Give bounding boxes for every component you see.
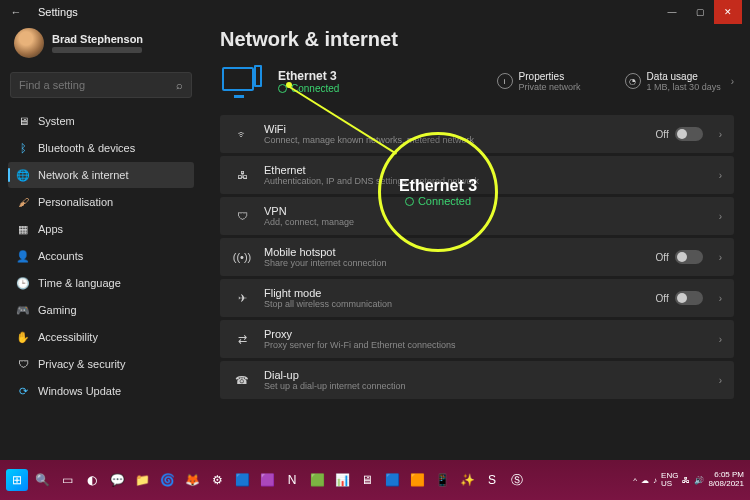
setting-card[interactable]: ((•))Mobile hotspotShare your internet c… bbox=[220, 238, 734, 276]
toggle-label: Off bbox=[656, 293, 669, 304]
tray-icon[interactable]: ☁ bbox=[641, 476, 649, 485]
connection-name: Ethernet 3 bbox=[278, 69, 337, 83]
nav-label: Accounts bbox=[38, 250, 83, 262]
app-icon[interactable]: 📱 bbox=[431, 469, 453, 491]
card-title: WiFi bbox=[264, 123, 474, 135]
chat-icon[interactable]: 💬 bbox=[106, 469, 128, 491]
sidebar-item[interactable]: 👤Accounts bbox=[8, 243, 194, 269]
nav-label: Windows Update bbox=[38, 385, 121, 397]
sidebar-item[interactable]: ✋Accessibility bbox=[8, 324, 194, 350]
switch[interactable] bbox=[675, 127, 703, 141]
proxy-icon: ⇄ bbox=[232, 333, 252, 346]
page-title: Network & internet bbox=[220, 28, 734, 51]
search-taskbar-icon[interactable]: 🔍 bbox=[31, 469, 53, 491]
window-title: Settings bbox=[38, 6, 78, 18]
tray-icon[interactable]: ♪ bbox=[653, 476, 657, 485]
app-icon[interactable]: Ⓢ bbox=[506, 469, 528, 491]
card-title: VPN bbox=[264, 205, 354, 217]
sidebar-item[interactable]: 🖌Personalisation bbox=[8, 189, 194, 215]
widgets-icon[interactable]: ◐ bbox=[81, 469, 103, 491]
sidebar-item[interactable]: 🕒Time & language bbox=[8, 270, 194, 296]
tray-network-icon[interactable]: 🖧 bbox=[682, 476, 690, 485]
setting-card[interactable]: ⇄ProxyProxy server for Wi-Fi and Etherne… bbox=[220, 320, 734, 358]
card-desc: Add, connect, manage bbox=[264, 217, 354, 227]
app-icon[interactable]: N bbox=[281, 469, 303, 491]
chevron-right-icon: › bbox=[719, 129, 722, 140]
sidebar-item[interactable]: ▦Apps bbox=[8, 216, 194, 242]
sidebar-item[interactable]: 🌐Network & internet bbox=[8, 162, 194, 188]
back-button[interactable]: ← bbox=[8, 6, 24, 18]
nav-icon: 🛡 bbox=[16, 357, 30, 371]
switch[interactable] bbox=[675, 250, 703, 264]
tray-clock[interactable]: 6:05 PM 8/08/2021 bbox=[708, 471, 744, 489]
properties-sub: Private network bbox=[519, 82, 581, 92]
tray-chevron-icon[interactable]: ^ bbox=[633, 476, 637, 485]
sidebar-item[interactable]: 🛡Privacy & security bbox=[8, 351, 194, 377]
taskbar: ⊞ 🔍 ▭ ◐ 💬 📁 🌀 🦊 ⚙ 🟦 🟪 N 🟩 📊 🖥 🟦 🟧 📱 ✨ S … bbox=[0, 460, 750, 500]
pc-icon bbox=[220, 61, 264, 101]
setting-card[interactable]: 🖧EthernetAuthentication, IP and DNS sett… bbox=[220, 156, 734, 194]
app-icon[interactable]: 📊 bbox=[331, 469, 353, 491]
nav-icon: ⟳ bbox=[16, 384, 30, 398]
tray-lang[interactable]: ENG US bbox=[661, 472, 678, 488]
minimize-button[interactable]: — bbox=[658, 0, 686, 24]
edge-icon[interactable]: 🌀 bbox=[156, 469, 178, 491]
user-name: Brad Stephenson bbox=[52, 33, 143, 45]
user-email-redacted bbox=[52, 47, 142, 53]
search-input[interactable] bbox=[19, 79, 176, 91]
nav-icon: 🖥 bbox=[16, 114, 30, 128]
data-usage-stat[interactable]: ◔ Data usage 1 MB, last 30 days › bbox=[625, 71, 734, 92]
start-button[interactable]: ⊞ bbox=[6, 469, 28, 491]
card-desc: Set up a dial-up internet connection bbox=[264, 381, 406, 391]
hero-row: Ethernet 3 Connected i Properties Privat… bbox=[220, 61, 734, 101]
sidebar-item[interactable]: 🎮Gaming bbox=[8, 297, 194, 323]
task-view-icon[interactable]: ▭ bbox=[56, 469, 78, 491]
chevron-right-icon: › bbox=[719, 211, 722, 222]
toggle[interactable]: Off bbox=[656, 250, 703, 264]
maximize-button[interactable]: ▢ bbox=[686, 0, 714, 24]
chevron-right-icon: › bbox=[731, 76, 734, 87]
firefox-icon[interactable]: 🦊 bbox=[181, 469, 203, 491]
setting-card[interactable]: ✈Flight modeStop all wireless communicat… bbox=[220, 279, 734, 317]
app-icon[interactable]: 🖥 bbox=[356, 469, 378, 491]
close-button[interactable] bbox=[714, 0, 742, 24]
app-icon[interactable]: ✨ bbox=[456, 469, 478, 491]
chevron-right-icon: › bbox=[719, 293, 722, 304]
search-box[interactable]: ⌕ bbox=[10, 72, 192, 98]
main-area: Brad Stephenson ⌕ 🖥SystemᛒBluetooth & de… bbox=[0, 24, 750, 460]
toggle[interactable]: Off bbox=[656, 291, 703, 305]
setting-card[interactable]: 🛡VPNAdd, connect, manage› bbox=[220, 197, 734, 235]
sidebar: Brad Stephenson ⌕ 🖥SystemᛒBluetooth & de… bbox=[0, 24, 198, 460]
sidebar-item[interactable]: 🖥System bbox=[8, 108, 194, 134]
flight-icon: ✈ bbox=[232, 292, 252, 305]
app-icon[interactable]: 🟧 bbox=[406, 469, 428, 491]
setting-card[interactable]: ᯤWiFiConnect, manage known networks, met… bbox=[220, 115, 734, 153]
switch[interactable] bbox=[675, 291, 703, 305]
nav-icon: 🕒 bbox=[16, 276, 30, 290]
setting-card[interactable]: ☎Dial-upSet up a dial-up internet connec… bbox=[220, 361, 734, 399]
sidebar-item[interactable]: ᛒBluetooth & devices bbox=[8, 135, 194, 161]
system-tray[interactable]: ^ ☁ ♪ ENG US 🖧 🔊 6:05 PM 8/08/2021 bbox=[633, 471, 744, 489]
app-icon[interactable]: 🟪 bbox=[256, 469, 278, 491]
nav-label: Personalisation bbox=[38, 196, 113, 208]
content-area: Network & internet Ethernet 3 Connected … bbox=[198, 24, 750, 460]
nav-icon: 🌐 bbox=[16, 168, 30, 182]
properties-stat[interactable]: i Properties Private network bbox=[497, 71, 581, 92]
sidebar-item[interactable]: ⟳Windows Update bbox=[8, 378, 194, 404]
toggle[interactable]: Off bbox=[656, 127, 703, 141]
app-icon[interactable]: 🟩 bbox=[306, 469, 328, 491]
chevron-right-icon: › bbox=[719, 375, 722, 386]
app-icon[interactable]: 🟦 bbox=[381, 469, 403, 491]
active-connection[interactable]: Ethernet 3 Connected bbox=[278, 69, 339, 94]
user-profile[interactable]: Brad Stephenson bbox=[8, 24, 194, 68]
nav-icon: 👤 bbox=[16, 249, 30, 263]
tray-volume-icon[interactable]: 🔊 bbox=[694, 476, 704, 485]
app-icon[interactable]: 🟦 bbox=[231, 469, 253, 491]
nav-icon: ᛒ bbox=[16, 141, 30, 155]
explorer-icon[interactable]: 📁 bbox=[131, 469, 153, 491]
chevron-right-icon: › bbox=[719, 252, 722, 263]
settings-taskbar-icon[interactable]: ⚙ bbox=[206, 469, 228, 491]
ethernet-icon: 🖧 bbox=[232, 169, 252, 181]
app-icon[interactable]: S bbox=[481, 469, 503, 491]
nav-label: Privacy & security bbox=[38, 358, 125, 370]
